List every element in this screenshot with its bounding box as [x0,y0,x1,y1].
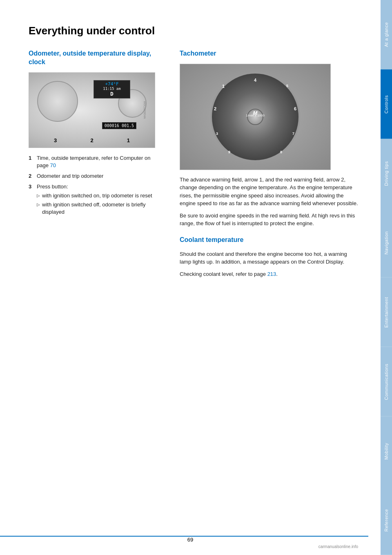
list-num-3: 3 [29,183,34,217]
tachometer-body-text-2: Be sure to avoid engine speeds in the re… [180,212,358,228]
list-text-2: Odometer and trip odometer [37,172,103,180]
tacho-gauge: 1 2 3 4 5 6 7 8 9 1/min x 1000 M [210,72,300,162]
gauge-left [37,81,78,122]
tachometer-section-heading: Tachometer [180,49,358,58]
sidebar-tab-mobility[interactable]: Mobility [381,416,392,486]
tachometer-body-text-1: The advance warning field, arrow 1, and … [180,176,358,208]
link-page-70[interactable]: 70 [50,162,56,168]
time-display: 11:15 am [103,87,120,91]
two-column-layout: Odometer, outside temperature display, c… [29,49,358,282]
tacho-num-2: 2 [214,106,216,111]
coolant-section-heading: Coolant temperature [180,236,358,244]
sidebar-tab-at-a-glance[interactable]: At a glance [381,0,392,69]
image-watermark-left: W0C280604A [144,101,147,119]
page-title: Everything under control [29,25,358,37]
tacho-num-8: 8 [280,150,282,154]
tachometer-image: 1 2 3 4 5 6 7 8 9 1/min x 1000 M W0C349 [180,64,331,170]
sub-item-1: with ignition switched on, trip odometer… [37,192,163,199]
sidebar-tab-reference[interactable]: Reference [381,486,392,555]
list-num-1: 1 [29,154,34,169]
odometer-section-heading: Odometer, outside temperature display, c… [29,49,163,67]
main-content: Everything under control Odometer, outsi… [0,0,381,555]
sidebar-tab-navigation[interactable]: Navigation [381,208,392,278]
logo-watermark: carmanualsonline.info [318,544,358,549]
image-watermark-right: W0C34956A [330,149,331,166]
list-item-3: 3 Press button: with ignition switched o… [29,183,163,217]
gear-display: D [110,91,114,97]
tacho-num-3: 3 [216,132,218,136]
sub-item-2: with ignition switched off, odometer is … [37,201,163,216]
tacho-num-7: 7 [292,132,294,136]
page-number: 69 [187,537,193,543]
label-2: 2 [90,137,93,143]
list-text-1: Time, outside temperature, refer to Comp… [37,154,163,169]
link-page-213[interactable]: 213 [267,271,276,277]
dash-inner: +74°F 11:15 am D 000016 001.5 3 2 1 [29,73,155,148]
page-line [0,536,368,537]
label-3: 3 [54,137,57,143]
coolant-body-text-2: Checking coolant level, refer to page 21… [180,270,358,278]
tacho-num-6: 6 [294,106,296,111]
list-num-2: 2 [29,172,34,180]
list-item-2: 2 Odometer and trip odometer [29,172,163,180]
dashboard-image: +74°F 11:15 am D 000016 001.5 3 2 1 W0C2… [29,72,155,148]
sidebar-tab-entertainment[interactable]: Entertainment [381,278,392,347]
num-labels: 3 2 1 [29,137,155,143]
tacho-num-1: 1 [222,84,225,89]
odometer-display: 000016 001.5 [102,122,136,129]
odometer-list: 1 Time, outside temperature, refer to Co… [29,154,163,217]
tacho-brand-label: M [253,110,258,116]
list-text-3: Press button: with ignition switched on,… [37,183,163,217]
list-item-1: 1 Time, outside temperature, refer to Co… [29,154,163,169]
sidebar-tab-communications[interactable]: Communications [381,347,392,416]
sidebar-tab-driving-tips[interactable]: Driving tips [381,139,392,208]
tacho-inner: 1 2 3 4 5 6 7 8 9 1/min x 1000 M [180,64,330,170]
display-box: +74°F 11:15 am D [94,80,130,98]
tacho-num-9: 9 [228,150,230,154]
left-column: Odometer, outside temperature display, c… [29,49,163,282]
coolant-body-text-1: Should the coolant and therefore the eng… [180,250,358,266]
coolant-section: Coolant temperature Should the coolant a… [180,236,358,278]
sidebar: At a glance Controls Driving tips Naviga… [381,0,392,555]
label-1: 1 [127,137,130,143]
tacho-num-4: 4 [254,78,256,83]
sub-list-3: with ignition switched on, trip odometer… [37,192,163,216]
sidebar-tab-controls[interactable]: Controls [381,69,392,139]
right-column: Tachometer 1 2 3 4 5 6 7 8 9 1/m [180,49,358,282]
tacho-num-5: 5 [286,84,288,88]
temp-display: +74°F [105,81,118,87]
